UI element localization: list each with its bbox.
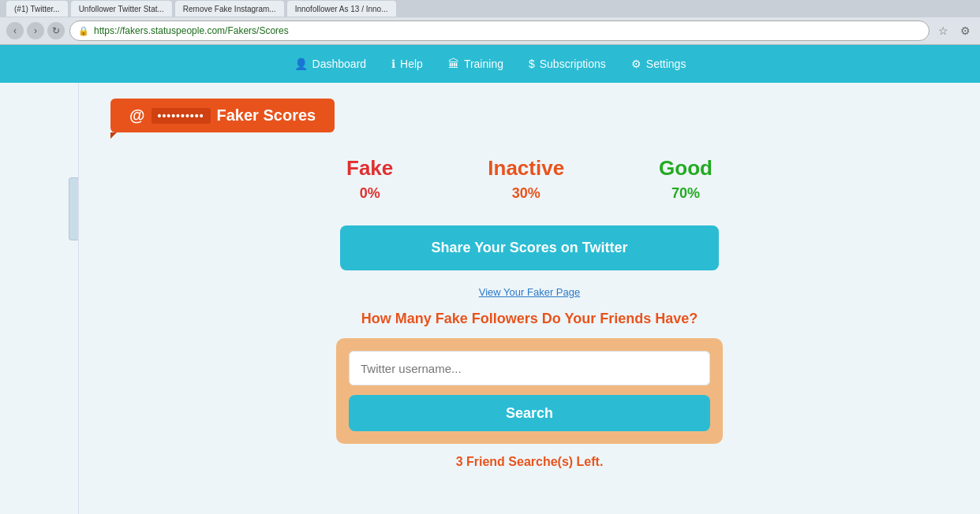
searches-left: 3 Friend Searche(s) Left.	[110, 455, 948, 469]
nav-training-label: Training	[464, 58, 503, 70]
good-label: Good	[659, 156, 713, 181]
training-icon: 🏛	[448, 58, 459, 70]
search-container: Search	[336, 338, 723, 444]
page-header-badge: @ •••••••••• Faker Scores	[110, 99, 335, 132]
inactive-label: Inactive	[488, 156, 564, 181]
fake-value: 0%	[360, 185, 380, 202]
settings-icon[interactable]: ⚙	[956, 22, 974, 39]
inactive-value: 30%	[512, 185, 540, 202]
score-good: Good 70%	[659, 156, 713, 202]
fake-label: Fake	[346, 156, 393, 181]
browser-tabs: (#1) Twitter... Unfollower Twitter Stat.…	[0, 0, 980, 17]
score-inactive: Inactive 30%	[488, 156, 564, 202]
browser-tab-1[interactable]: (#1) Twitter...	[6, 1, 68, 17]
nav-subscriptions[interactable]: $ Subscriptions	[529, 58, 606, 70]
back-button[interactable]: ‹	[6, 22, 24, 39]
refresh-button[interactable]: ↻	[47, 22, 65, 39]
address-bar-row: ‹ › ↻ 🔒 https://fakers.statuspeople.com/…	[0, 17, 980, 44]
good-value: 70%	[671, 185, 700, 202]
help-icon: ℹ	[391, 58, 395, 70]
at-icon: @	[129, 106, 145, 125]
view-faker-page-link[interactable]: View Your Faker Page	[110, 286, 948, 298]
browser-tab-3[interactable]: Remove Fake Instagram...	[175, 1, 284, 17]
navbar: 👤 Dashboard ℹ Help 🏛 Training $ Subscrip…	[0, 45, 980, 83]
nav-subscriptions-label: Subscriptions	[540, 58, 606, 70]
twitter-username-input[interactable]	[349, 351, 710, 386]
sidebar-left	[0, 83, 79, 514]
dashboard-icon: 👤	[294, 58, 308, 70]
browser-tab-2[interactable]: Unfollower Twitter Stat...	[71, 1, 172, 17]
nav-dashboard-label: Dashboard	[312, 58, 367, 70]
search-button[interactable]: Search	[349, 395, 710, 431]
nav-settings-label: Settings	[646, 58, 686, 70]
share-twitter-button[interactable]: Share Your Scores on Twitter	[340, 225, 719, 270]
nav-training[interactable]: 🏛 Training	[448, 58, 503, 70]
sidebar-handle[interactable]	[69, 177, 78, 240]
scores-section: Fake 0% Inactive 30% Good 70%	[110, 156, 948, 202]
main-wrapper: @ •••••••••• Faker Scores Fake 0% Inacti…	[0, 83, 980, 514]
bookmark-icon[interactable]: ☆	[934, 22, 952, 39]
browser-tab-4[interactable]: Innofollower As 13 / Inno...	[287, 1, 396, 17]
url-text: https://fakers.statuspeople.com/Fakers/S…	[94, 25, 289, 36]
lock-icon: 🔒	[78, 26, 89, 36]
forward-button[interactable]: ›	[27, 22, 44, 39]
page-title: Faker Scores	[217, 106, 316, 125]
nav-settings[interactable]: ⚙ Settings	[631, 58, 686, 70]
browser-chrome: (#1) Twitter... Unfollower Twitter Stat.…	[0, 0, 980, 45]
score-fake: Fake 0%	[346, 156, 393, 202]
browser-actions: ☆ ⚙	[934, 22, 974, 39]
settings-icon: ⚙	[631, 58, 641, 70]
subscriptions-icon: $	[529, 58, 535, 70]
nav-help[interactable]: ℹ Help	[391, 58, 423, 70]
nav-dashboard[interactable]: 👤 Dashboard	[294, 58, 367, 70]
nav-buttons: ‹ › ↻	[6, 22, 65, 39]
content-area: @ •••••••••• Faker Scores Fake 0% Inacti…	[79, 83, 980, 514]
nav-help-label: Help	[400, 58, 423, 70]
address-bar[interactable]: 🔒 https://fakers.statuspeople.com/Fakers…	[69, 20, 930, 41]
username-masked: ••••••••••	[151, 108, 211, 124]
friends-question: How Many Fake Followers Do Your Friends …	[110, 311, 948, 327]
